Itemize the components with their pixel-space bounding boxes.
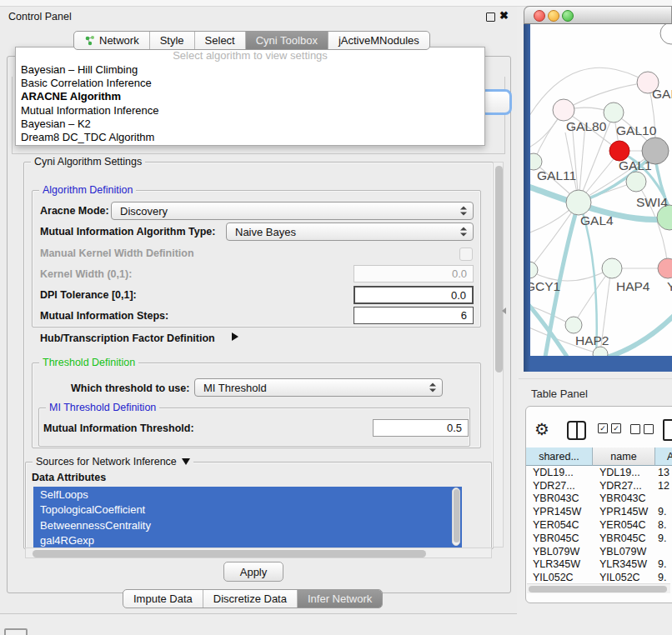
aracne-mode-select[interactable]: Discovery [111,202,474,220]
table-hscrollbar-thumb[interactable] [529,586,667,592]
node-salmon[interactable] [658,258,672,278]
node-label: HAP4 [616,279,650,293]
stepper-arrows-icon [460,228,467,237]
mi-algorithm-type-select[interactable]: Naive Bayes [226,222,474,241]
hidden-group-left-edge [12,77,13,153]
close-traffic-light[interactable] [534,10,545,22]
network-window-titlebar[interactable] [524,6,672,24]
tab-infer-network[interactable]: Infer Network [298,590,382,608]
expand-right-icon[interactable] [232,332,238,341]
select-all-icon[interactable]: ✓✓ [598,423,621,433]
node-label: HAP2 [575,333,609,348]
close-icon[interactable]: ✖ [499,9,509,22]
table-row[interactable]: YBL079WYBL079W [526,545,672,558]
gear-icon[interactable]: ⚙ [534,419,549,439]
table-row[interactable]: YBR043CYBR043C [526,492,672,506]
new-table-icon[interactable] [663,419,672,441]
dropdown-item[interactable]: Bayesian – K2 [16,117,484,130]
node-label: GAL1 [619,158,652,172]
data-attributes-list: SelfLoops TopologicalCoefficient Between… [33,487,462,548]
node-hap4[interactable] [602,258,622,278]
list-scrollbar-thumb[interactable] [454,489,459,542]
table-panel-title: Table Panel [531,388,588,400]
node-hap2[interactable] [565,317,582,333]
tab-cyni-toolbox[interactable]: Cyni Toolbox [246,32,328,49]
attribute-item-selected[interactable]: BetweennessCentrality [33,518,462,533]
which-threshold-select[interactable]: MI Threshold [194,378,443,397]
kernel-width-field: 0.0 [354,265,474,282]
minimized-panel-icon[interactable] [4,628,28,635]
node-gal10[interactable] [604,102,624,122]
node-label: SWI4 [636,195,668,209]
node-label: GAL80 [566,119,607,133]
node-gal80[interactable] [553,99,574,121]
collapse-down-icon[interactable] [182,458,190,465]
dropdown-item[interactable]: Basic Correlation Inference [16,76,484,89]
apply-button[interactable]: Apply [223,562,283,582]
algorithm-definition-title: Algorithm Definition [39,184,136,196]
table-row[interactable]: YBR045CYBR045C9. [526,532,672,545]
table-row[interactable]: YLR345WYLR345W9. [526,558,672,572]
control-panel-tabbar: Network Style Select Cyni Toolbox jActiv… [73,31,430,50]
table-row[interactable]: YDL19...YDL19...13 [526,466,672,479]
node-partial[interactable] [660,24,672,44]
minimize-traffic-light[interactable] [548,10,559,22]
network-canvas[interactable]: GAL GAL80 GAL10 GAL1 GAL11 SWI4 GAL4 GCY… [530,24,672,356]
float-panel-icon[interactable] [486,12,495,22]
list-scrollbar[interactable] [452,488,460,546]
zoom-traffic-light[interactable] [562,10,574,22]
settings-vscrollbar[interactable] [493,162,504,548]
node-bottom[interactable] [593,347,608,356]
table-row[interactable]: YDR27...YDR27...12 [526,479,672,492]
column-header-shared-name[interactable]: shared... [526,448,593,466]
mi-threshold-field[interactable]: 0.5 [373,419,469,437]
node-gal4[interactable] [566,190,591,215]
aracne-mode-label: Aracne Mode: [40,205,109,217]
tab-style[interactable]: Style [150,32,195,49]
dropdown-item-highlighted[interactable]: ARACNE Algorithm [16,90,484,103]
node-gcy1[interactable] [530,262,538,278]
which-threshold-label: Which threshold to use: [71,382,189,394]
settings-vscrollbar-thumb[interactable] [495,166,503,372]
tab-network[interactable]: Network [74,32,150,49]
kernel-width-label: Kernel Width (0,1): [40,268,132,280]
column-header-name[interactable]: name [593,448,655,466]
column-header-partial[interactable]: A [655,448,672,466]
threshold-definition-title: Threshold Definition [39,357,138,368]
hidden-group-line [12,153,505,154]
table-row[interactable]: YPR145WYPR145W9. [526,505,672,518]
mi-steps-label: Mutual Information Steps: [40,310,168,322]
mi-steps-field[interactable]: 6 [354,307,474,324]
dpi-tolerance-field[interactable]: 0.0 [354,286,474,304]
table-hscrollbar[interactable] [527,583,670,593]
mi-threshold-label: Mutual Information Threshold: [43,422,194,434]
hub-section-label[interactable]: Hub/Transcription Factor Definition [40,332,215,344]
dropdown-item[interactable]: Bayesian – Hill Climbing [16,62,484,76]
table-row[interactable]: YIL052CYIL052C9. [526,571,672,583]
attribute-item-selected[interactable]: TopologicalCoefficient [33,502,462,518]
deselect-all-icon[interactable] [630,424,654,434]
attribute-item-selected[interactable]: SelfLoops [33,487,462,502]
tab-jactivemnodules[interactable]: jActiveMNodules [328,32,429,49]
stepper-arrows-icon [460,207,467,216]
settings-group-title: Cyni Algorithm Settings [31,156,145,168]
column-layout-icon[interactable] [567,421,586,440]
settings-hscrollbar[interactable] [25,548,492,558]
screen: Control Panel ✖ Network Style Select Cyn… [0,0,672,635]
node-label: GCY1 [530,279,560,293]
hidden-group-right-edge [504,77,505,153]
dropdown-item[interactable]: Mutual Information Inference [16,103,484,117]
tab-select[interactable]: Select [195,32,246,49]
table-row[interactable]: YER054CYER054C8. [526,518,672,532]
node-swi4[interactable] [626,172,646,192]
algorithm-dropdown: Select algorithm to view settings Bayesi… [15,47,485,146]
settings-hscrollbar-thumb[interactable] [33,550,426,558]
tab-impute-data[interactable]: Impute Data [123,590,203,608]
splitter-collapse-icon[interactable] [502,308,506,314]
section-divider [519,378,672,379]
tab-discretize-data[interactable]: Discretize Data [203,590,298,608]
attribute-item-selected[interactable]: gal4RGexp [33,533,462,548]
manual-kernel-label: Manual Kernel Width Definition [40,248,194,259]
dropdown-item[interactable]: Dream8 DC_TDC Algorithm [16,130,484,143]
sources-title[interactable]: Sources for Network Inference [33,456,193,468]
